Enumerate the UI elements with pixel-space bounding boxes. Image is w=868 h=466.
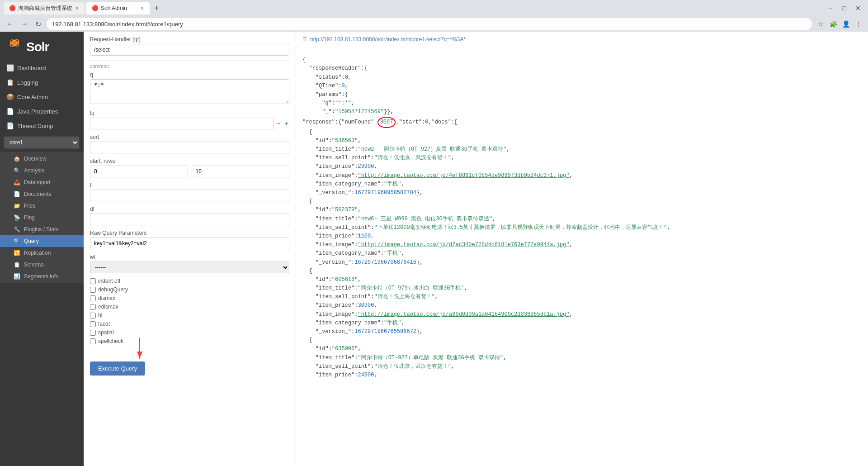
taotao-tab-label: 淘淘商城后台管理系统 (18, 5, 72, 12)
java-properties-label: Java Properties (17, 108, 58, 115)
browser-tab-taotao[interactable]: 🔴 淘淘商城后台管理系统 ✕ (4, 2, 85, 14)
sidebar-item-dashboard[interactable]: ⬜ Dashboard (0, 61, 84, 75)
sidebar-item-ping[interactable]: 📡 Ping (0, 212, 84, 223)
replication-label: Replication (24, 250, 51, 256)
core-select[interactable]: core1 (5, 137, 79, 148)
browser-actions: ☆ 🧩 👤 ⋮ (816, 19, 863, 29)
sidebar-item-dataimport[interactable]: 📥 Dataimport (0, 176, 84, 188)
browser-chrome: 🔴 淘淘商城后台管理系统 ✕ 🔴 Solr Admin ✕ + － □ ✕ ← … (0, 0, 868, 32)
facet-label[interactable]: facet (98, 321, 110, 327)
indent-label[interactable]: indent off (98, 278, 120, 284)
files-icon: 📁 (14, 203, 20, 209)
sidebar-item-schema[interactable]: 📋 Schema (0, 259, 84, 271)
solr-tab-close[interactable]: ✕ (140, 5, 144, 11)
core-admin-icon: 📦 (6, 93, 14, 100)
sidebar-item-overview[interactable]: 🏠 Overview (0, 153, 84, 165)
edismax-checkbox[interactable] (90, 304, 96, 310)
edismax-label[interactable]: edismax (98, 304, 118, 310)
sidebar-item-replication[interactable]: 🔁 Replication (0, 247, 84, 259)
close-button[interactable]: ✕ (852, 4, 864, 13)
sort-input[interactable] (90, 142, 289, 153)
dataimport-label: Dataimport (24, 179, 51, 185)
start-rows-row (90, 166, 289, 177)
sidebar-item-java-properties[interactable]: 📄 Java Properties (0, 104, 84, 119)
response-url-link[interactable]: http://192.168.81.133:8080/solr/index.ht… (310, 36, 466, 43)
spatial-checkbox[interactable] (90, 330, 96, 336)
solr-favicon: 🔴 (92, 5, 98, 11)
solr-tab-label: Solr Admin (101, 5, 127, 11)
profile-icon[interactable]: 👤 (841, 19, 851, 29)
extensions-icon[interactable]: 🧩 (828, 19, 838, 29)
fq-group: fq − + (90, 110, 289, 129)
fq-label: fq (90, 110, 289, 116)
spatial-row: spatial (90, 329, 289, 336)
sidebar-item-files[interactable]: 📁 Files (0, 200, 84, 212)
start-input[interactable] (90, 166, 188, 177)
taotao-favicon: 🔴 (9, 5, 15, 11)
menu-icon[interactable]: ⋮ (854, 19, 863, 29)
q-input[interactable]: *:* (90, 79, 289, 104)
solr-logo-icon (6, 39, 23, 55)
execute-query-button[interactable]: Execute Query (90, 361, 145, 376)
debug-query-row: debugQuery (90, 286, 289, 293)
dismax-row: dismax (90, 295, 289, 301)
indent-row: indent off (90, 278, 289, 284)
wt-select[interactable]: ------ json xml csv python ruby php (90, 262, 289, 273)
sidebar-item-plugins-stats[interactable]: 🔧 Plugins / Stats (0, 223, 84, 235)
content-area: Request-Handler (qt) common q *:* fq − +… (84, 32, 868, 466)
bookmark-icon[interactable]: ☆ (816, 19, 826, 29)
fl-label: fl (90, 182, 289, 188)
logging-icon: 📋 (6, 79, 14, 86)
request-handler-label: Request-Handler (qt) (90, 36, 289, 43)
fq-input[interactable] (90, 118, 274, 129)
raw-query-group: Raw Query Parameters (90, 230, 289, 249)
facet-checkbox[interactable] (90, 321, 96, 327)
minimize-button[interactable]: － (824, 3, 837, 13)
raw-query-input[interactable] (90, 238, 289, 249)
sidebar-item-segments-info[interactable]: 📊 Segments info (0, 271, 84, 282)
hl-checkbox[interactable] (90, 313, 96, 319)
hl-label[interactable]: hl (98, 312, 102, 319)
logging-label: Logging (17, 79, 38, 86)
start-rows-label: start, rows (90, 158, 289, 164)
thread-dump-label: Thread Dump (17, 123, 53, 129)
sidebar-logo: Solr (0, 32, 84, 61)
indent-checkbox[interactable] (90, 278, 96, 284)
spellcheck-label[interactable]: spellcheck (98, 338, 123, 344)
sidebar-item-analysis[interactable]: 🔍 Analysis (0, 165, 84, 176)
browser-tab-solr[interactable]: 🔴 Solr Admin ✕ (86, 2, 150, 14)
new-tab-button[interactable]: + (151, 4, 162, 13)
sidebar-item-query[interactable]: 🔍 Query (0, 235, 84, 247)
sidebar-item-core-admin[interactable]: 📦 Core Admin (0, 90, 84, 104)
q-label: q (90, 71, 289, 78)
fl-input[interactable] (90, 190, 289, 201)
core-submenu: 🏠 Overview 🔍 Analysis 📥 Dataimport 📄 Doc… (0, 152, 84, 283)
ping-icon: 📡 (14, 214, 20, 221)
request-handler-input[interactable] (90, 44, 289, 56)
dashboard-icon: ⬜ (6, 64, 14, 71)
wt-group: wt ------ json xml csv python ruby php (90, 254, 289, 273)
df-input[interactable] (90, 214, 289, 225)
debug-query-label[interactable]: debugQuery (98, 286, 128, 293)
spellcheck-checkbox[interactable] (90, 338, 96, 344)
debug-query-checkbox[interactable] (90, 287, 96, 293)
maximize-button[interactable]: □ (839, 4, 850, 13)
back-button[interactable]: ← (5, 19, 15, 29)
refresh-button[interactable]: ↻ (33, 19, 43, 29)
core-admin-label: Core Admin (17, 94, 48, 100)
rows-input[interactable] (192, 166, 290, 177)
response-url-bar: ☰ http://192.168.81.133:8080/solr/index.… (302, 36, 862, 43)
dismax-label[interactable]: dismax (98, 295, 115, 301)
forward-button[interactable]: → (19, 19, 30, 29)
sidebar-item-documents[interactable]: 📄 Documents (0, 188, 84, 200)
spatial-label[interactable]: spatial (98, 329, 114, 336)
dismax-checkbox[interactable] (90, 295, 96, 301)
taotao-tab-close[interactable]: ✕ (75, 5, 79, 11)
fq-add-button[interactable]: + (283, 119, 289, 128)
sidebar-item-logging[interactable]: 📋 Logging (0, 75, 84, 90)
thread-dump-icon: 📄 (6, 122, 14, 129)
json-viewer: { "responseHeader":{ "status":0, "QTime"… (302, 47, 862, 380)
sidebar-item-thread-dump[interactable]: 📄 Thread Dump (0, 119, 84, 133)
fq-remove-button[interactable]: − (275, 119, 281, 128)
address-bar[interactable] (47, 18, 812, 30)
